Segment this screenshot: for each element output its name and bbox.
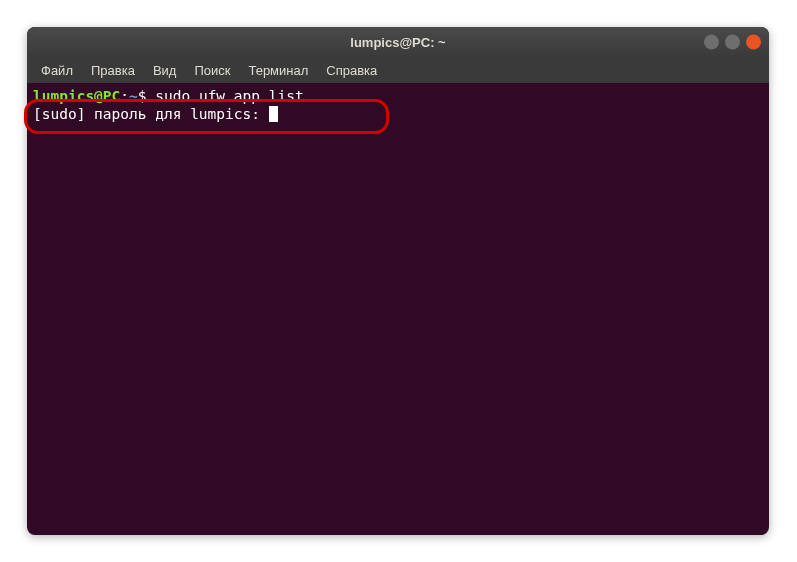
menu-view[interactable]: Вид	[145, 59, 185, 82]
window-title: lumpics@PC: ~	[350, 35, 445, 50]
menu-search[interactable]: Поиск	[186, 59, 238, 82]
menu-help[interactable]: Справка	[318, 59, 385, 82]
terminal-body[interactable]: lumpics@PC:~$ sudo ufw app list [sudo] п…	[27, 83, 769, 127]
maximize-button[interactable]	[725, 35, 740, 50]
menu-terminal[interactable]: Терминал	[240, 59, 316, 82]
titlebar: lumpics@PC: ~	[27, 27, 769, 57]
menu-file[interactable]: Файл	[33, 59, 81, 82]
close-button[interactable]	[746, 35, 761, 50]
prompt-dollar: $	[138, 88, 147, 104]
sudo-prompt-text: [sudo] пароль для lumpics:	[33, 106, 269, 122]
prompt-path: ~	[129, 88, 138, 104]
terminal-window: lumpics@PC: ~ Файл Правка Вид Поиск Терм…	[27, 27, 769, 535]
sudo-prompt-line: [sudo] пароль для lumpics:	[33, 105, 763, 123]
prompt-sep: :	[120, 88, 129, 104]
cursor-icon	[269, 106, 278, 122]
prompt-user: lumpics@PC	[33, 88, 120, 104]
menubar: Файл Правка Вид Поиск Терминал Справка	[27, 57, 769, 83]
menu-edit[interactable]: Правка	[83, 59, 143, 82]
prompt-line: lumpics@PC:~$ sudo ufw app list	[33, 87, 763, 105]
minimize-button[interactable]	[704, 35, 719, 50]
window-controls	[704, 35, 761, 50]
command-text: sudo ufw app list	[155, 88, 303, 104]
